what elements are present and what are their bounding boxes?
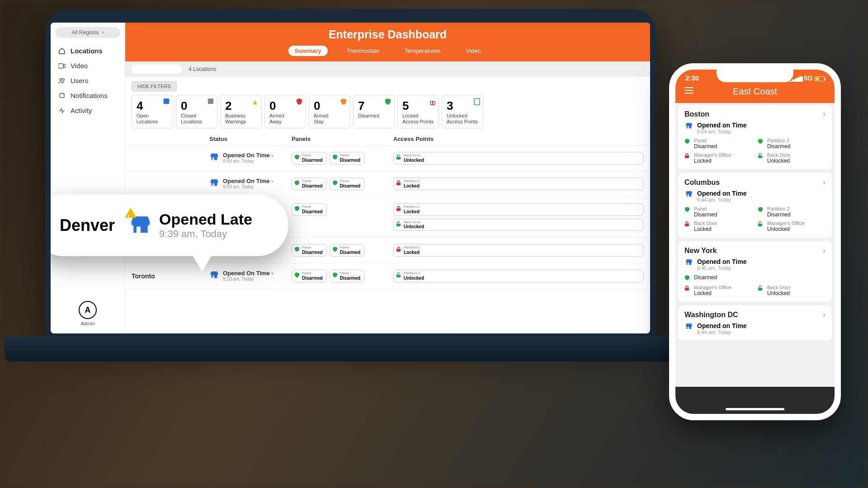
access-cell: Partition 2Locked [393,178,644,190]
mini-status: Manager's OfficeLocked [684,285,752,296]
location-name [132,178,209,180]
tab-temperatures[interactable]: Temperatures [398,46,447,56]
stat-card[interactable]: 0ClosedLocations [176,95,217,128]
tab-video[interactable]: Video [459,46,487,56]
menu-icon[interactable] [684,87,693,94]
stat-card[interactable]: 4OpenLocations [132,95,173,128]
card-title: Washington DC [684,311,738,319]
location-name [132,152,209,155]
stat-card[interactable]: 0ArmedAway [264,95,306,128]
stat-label: LockedAccess Points [402,113,434,124]
panel-pill[interactable]: PanelDisarmed [330,244,365,257]
phone-location-card[interactable]: Washington DC›Opened on Time6:44 am, Tod… [678,305,832,340]
tooltip-bubble: Denver ! Opened Late 9:39 am, Today [51,194,288,256]
table-row[interactable]: Opened On Time ▾8:59 am, TodayPanelDisar… [125,145,650,171]
card-title: New York [684,247,717,255]
panel-pill[interactable]: PanelDisarmed [292,270,327,282]
svg-rect-26 [688,195,689,197]
stat-card[interactable]: 5LockedAccess Points [397,95,439,128]
stat-card[interactable]: 3UnlockedAccess Points [442,95,483,128]
mini-status: Back DoorUnlocked [758,152,826,164]
svg-rect-28 [758,224,762,226]
phone-time: 2:30 [685,74,699,82]
svg-rect-30 [685,288,689,291]
svg-rect-25 [758,155,762,158]
mini-icon [758,152,764,160]
panel-pill[interactable]: PanelDisarmed [330,270,365,282]
phone-title: East Coast [733,86,777,97]
access-pill[interactable]: Partition 2Locked [393,203,644,216]
stat-card[interactable]: ▲2BusinessWarnings [220,95,262,128]
svg-rect-31 [758,288,762,291]
panel-pill[interactable]: PanelDisarmed [330,178,365,190]
status-sub: 9:10 am, Today [223,277,274,282]
table-row[interactable]: Opened On Time ▾9:03 am, TodayPanelDisar… [125,171,650,197]
stat-icon [163,98,170,106]
svg-rect-10 [212,158,214,160]
panel-pill[interactable]: PanelDisarmed [292,152,327,164]
svg-rect-29 [688,263,689,265]
admin-block[interactable]: A Admin [51,296,125,329]
svg-rect-7 [432,101,433,105]
tab-summary[interactable]: Summary [288,46,328,56]
stat-icon [429,98,436,107]
stat-card[interactable]: 0ArmedStay [309,95,350,128]
sidebar-item-video[interactable]: Video [51,58,125,73]
panel-pill[interactable]: PanelDisarmed [292,203,327,216]
access-pill[interactable]: Back DoorUnlocked [393,219,644,231]
svg-rect-13 [396,183,401,185]
mini-status: Disarmed [684,274,752,282]
sidebar-item-locations[interactable]: Locations [51,43,125,58]
svg-rect-11 [396,157,401,160]
nav-label: Notifications [71,92,108,99]
svg-rect-0 [58,64,63,68]
card-title: Boston [684,110,709,118]
mini-status: Back DoorLocked [684,221,752,232]
access-pill[interactable]: Partition 2Locked [393,178,644,190]
phone-signal: ▁▃▅▇ 5G [789,74,825,82]
status-sub: 8:59 am, Today [223,159,274,164]
stat-icon [384,98,392,107]
nav-icon [58,92,66,99]
region-selector[interactable]: All Regions ▾ [55,27,120,38]
panel-pill[interactable]: PanelDisarmed [292,178,327,190]
header: Enterprise Dashboard SummaryThermostatsT… [125,23,650,61]
svg-rect-16 [396,224,401,226]
svg-rect-5 [208,101,213,104]
sidebar-item-notifications[interactable]: Notifications [51,88,125,103]
stat-label: ArmedStay [314,113,345,124]
location-count: 4 Locations [189,66,216,72]
hide-filters-button[interactable]: HIDE FILTERS [132,81,177,91]
card-title: Columbus [684,178,720,187]
access-cell: Partition 2Unlocked [393,270,644,282]
search-input[interactable] [132,65,182,74]
region-label: All Regions [71,29,99,36]
svg-rect-20 [212,276,214,278]
phone-location-card[interactable]: Boston›Opened on Time6:24 am, TodayPanel… [678,105,832,169]
panels-cell: PanelDisarmedPanelDisarmed [292,152,393,164]
access-pill[interactable]: Back DoorUnlocked [393,152,644,164]
svg-rect-27 [685,224,689,226]
status-title: Opened On Time ▾ [223,152,274,159]
svg-rect-12 [212,183,214,186]
svg-rect-4 [164,101,169,104]
phone-location-card[interactable]: Columbus›Opened on Time6:44 am, TodayPan… [678,173,832,238]
stat-label: Disarmed [358,113,390,119]
stat-label: ArmedAway [269,113,301,124]
access-pill[interactable]: Partition 2Locked [393,244,644,257]
access-pill[interactable]: Partition 2Unlocked [393,270,644,282]
phone-location-card[interactable]: New York›Opened on Time6:45 am, TodayDis… [678,241,832,302]
stat-icon [474,98,480,107]
tab-thermostats[interactable]: Thermostats [340,46,386,56]
stat-card[interactable]: 7Disarmed [353,95,395,128]
warning-icon [125,208,137,218]
chevron-right-icon: › [823,310,826,319]
panel-pill[interactable]: PanelDisarmed [330,152,365,164]
sidebar-item-users[interactable]: Users [51,73,125,88]
store-icon [684,322,693,330]
sidebar-item-activity[interactable]: Activity [51,103,125,118]
panel-pill[interactable]: PanelDisarmed [292,244,327,257]
svg-point-1 [60,78,62,80]
svg-rect-32 [688,327,689,329]
nav-label: Activity [71,107,92,114]
